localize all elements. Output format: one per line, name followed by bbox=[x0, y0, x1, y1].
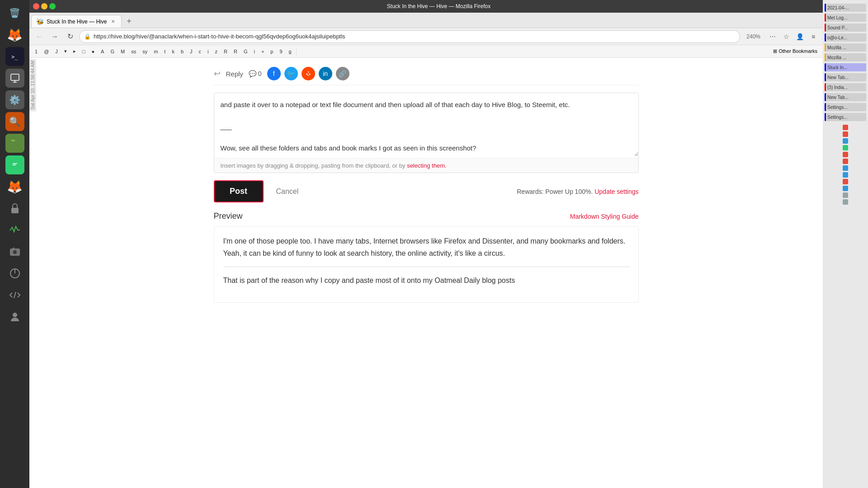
svg-line-23 bbox=[308, 72, 309, 73]
bm-R2[interactable]: R bbox=[231, 47, 240, 56]
maximize-button[interactable] bbox=[49, 3, 56, 9]
social-icons: f 🐦 in 🔗 bbox=[267, 67, 349, 80]
bm-g[interactable]: G bbox=[108, 47, 117, 56]
bookmark-star-icon[interactable]: ☆ bbox=[780, 31, 792, 42]
power-icon[interactable] bbox=[5, 264, 24, 283]
terminal-icon[interactable]: >_ bbox=[5, 47, 24, 66]
right-item-5[interactable]: Mozilla ... bbox=[825, 43, 866, 52]
zoom-level: 240% bbox=[743, 33, 764, 40]
profile-icon[interactable]: 👤 bbox=[794, 31, 806, 42]
mini-icon-10 bbox=[843, 186, 848, 191]
bm-sm[interactable]: m bbox=[151, 47, 160, 56]
cancel-button[interactable]: Cancel bbox=[271, 184, 304, 199]
bm-8[interactable]: A bbox=[98, 47, 107, 56]
right-item-8[interactable]: New Tab... bbox=[825, 73, 866, 81]
nav-bar: ← → ↻ 🔒 https://hive.blog/hive/@anaclark… bbox=[29, 28, 823, 45]
bm-R[interactable]: R bbox=[221, 47, 230, 56]
tab-close-button[interactable]: ✕ bbox=[109, 18, 117, 25]
user-icon[interactable] bbox=[5, 307, 24, 326]
bm-i[interactable]: i bbox=[205, 47, 211, 56]
files-icon[interactable] bbox=[5, 134, 24, 153]
mini-icon-4 bbox=[843, 145, 848, 150]
reload-button[interactable]: ↻ bbox=[64, 30, 76, 43]
bm-z[interactable]: z bbox=[212, 47, 221, 56]
search-icon[interactable]: 🔍 bbox=[5, 112, 24, 131]
back-button[interactable]: ← bbox=[33, 30, 46, 43]
right-taskbar: 2021-04-... Met Log... Sound P... o@o-Le… bbox=[823, 0, 868, 488]
link-share-icon[interactable]: 🔗 bbox=[336, 67, 349, 80]
bm-5[interactable]: ▸ bbox=[71, 47, 79, 56]
camera-icon[interactable] bbox=[5, 242, 24, 261]
bm-7[interactable]: ● bbox=[89, 47, 97, 56]
right-item-11[interactable]: Settings... bbox=[825, 103, 866, 111]
bm-9[interactable]: 9 bbox=[277, 47, 285, 56]
minimize-button[interactable] bbox=[41, 3, 47, 9]
code-icon[interactable] bbox=[5, 286, 24, 305]
bm-4[interactable]: ▾ bbox=[61, 47, 70, 56]
markdown-guide-link[interactable]: Markdown Styling Guide bbox=[570, 213, 639, 220]
facebook-share-icon[interactable]: f bbox=[267, 67, 281, 80]
right-item-2[interactable]: Met Log... bbox=[825, 14, 866, 22]
address-bar[interactable]: 🔒 https://hive.blog/hive/@anaclark/when-… bbox=[79, 30, 740, 43]
bm-b[interactable]: b bbox=[178, 47, 186, 56]
extensions-icon[interactable]: ⋯ bbox=[767, 31, 778, 42]
trash-icon[interactable]: 🗑️ bbox=[5, 4, 24, 23]
preview-content: I'm one of those people too. I have many… bbox=[214, 226, 639, 303]
selecting-them-link[interactable]: selecting them. bbox=[407, 162, 446, 169]
bm-J2[interactable]: J bbox=[187, 47, 195, 56]
right-item-10[interactable]: New Tab... bbox=[825, 93, 866, 101]
settings-icon[interactable]: ⚙️ bbox=[5, 90, 24, 109]
bm-2[interactable]: @ bbox=[41, 47, 52, 56]
menu-icon[interactable]: ≡ bbox=[807, 31, 819, 42]
title-bar: Stuck In the Hive — Hive — Mozilla Firef… bbox=[29, 0, 823, 13]
url-display: https://hive.blog/hive/@anaclark/when-i-… bbox=[94, 33, 735, 40]
chat-icon[interactable] bbox=[5, 155, 24, 174]
editor-textarea[interactable]: and paste it over to a notepad or text f… bbox=[214, 93, 638, 156]
os-taskbar: 🗑️ 🦊 >_ ⚙️ 🔍 🦊 bbox=[0, 0, 29, 488]
twitter-share-icon[interactable]: 🐦 bbox=[284, 67, 298, 80]
mini-icon-11 bbox=[843, 192, 848, 198]
reply-icon[interactable]: ↩ bbox=[214, 69, 221, 79]
bm-1[interactable]: 1 bbox=[32, 47, 40, 56]
monitor-icon[interactable] bbox=[5, 69, 24, 88]
bm-ss[interactable]: ss bbox=[128, 47, 139, 56]
close-button[interactable] bbox=[33, 3, 39, 9]
nav-icons: ⋯ ☆ 👤 ≡ bbox=[767, 31, 819, 42]
post-button[interactable]: Post bbox=[214, 180, 264, 202]
firefox-icon[interactable]: 🦊 bbox=[5, 25, 24, 44]
activity-icon[interactable] bbox=[5, 221, 24, 239]
bm-c[interactable]: c bbox=[196, 47, 204, 56]
tab-label: Stuck In the Hive — Hive bbox=[47, 19, 107, 25]
right-item-1[interactable]: 2021-04-... bbox=[825, 4, 866, 12]
right-item-7[interactable]: Stuck In... bbox=[825, 63, 866, 71]
right-item-12[interactable]: Settings... bbox=[825, 113, 866, 121]
bm-p[interactable]: p bbox=[268, 47, 276, 56]
reply-button[interactable]: Reply bbox=[226, 70, 243, 78]
linkedin-share-icon[interactable]: in bbox=[319, 67, 332, 80]
bm-k[interactable]: k bbox=[169, 47, 177, 56]
right-item-4[interactable]: o@o-Le... bbox=[825, 33, 866, 42]
bm-sy[interactable]: sy bbox=[140, 47, 150, 56]
other-bookmarks[interactable]: ⊞ Other Bookmarks bbox=[770, 48, 820, 54]
bm-g2[interactable]: g bbox=[286, 47, 294, 56]
bm-plus[interactable]: + bbox=[259, 47, 267, 56]
bm-3[interactable]: J bbox=[52, 47, 61, 56]
right-item-6[interactable]: Mozilla ... bbox=[825, 53, 866, 61]
bm-G2[interactable]: G bbox=[241, 47, 250, 56]
svg-point-22 bbox=[308, 71, 309, 72]
lock-icon[interactable] bbox=[5, 199, 24, 218]
right-item-3[interactable]: Sound P... bbox=[825, 23, 866, 32]
active-tab[interactable]: 🐝 Stuck In the Hive — Hive ✕ bbox=[31, 15, 122, 28]
firefox2-icon[interactable]: 🦊 bbox=[5, 177, 24, 196]
comment-count[interactable]: 💬 0 bbox=[249, 70, 262, 77]
bm-i2[interactable]: i bbox=[251, 47, 257, 56]
right-item-9[interactable]: (3) India... bbox=[825, 83, 866, 91]
new-tab-button[interactable]: + bbox=[123, 15, 135, 28]
tab-bar: 🐝 Stuck In the Hive — Hive ✕ + bbox=[29, 13, 823, 28]
reddit-share-icon[interactable] bbox=[302, 67, 315, 80]
forward-button[interactable]: → bbox=[48, 30, 61, 43]
bm-m[interactable]: M bbox=[118, 47, 127, 56]
update-settings-link[interactable]: Update settings bbox=[594, 188, 638, 195]
bm-6[interactable]: □ bbox=[80, 47, 88, 56]
bm-t[interactable]: t bbox=[161, 47, 168, 56]
